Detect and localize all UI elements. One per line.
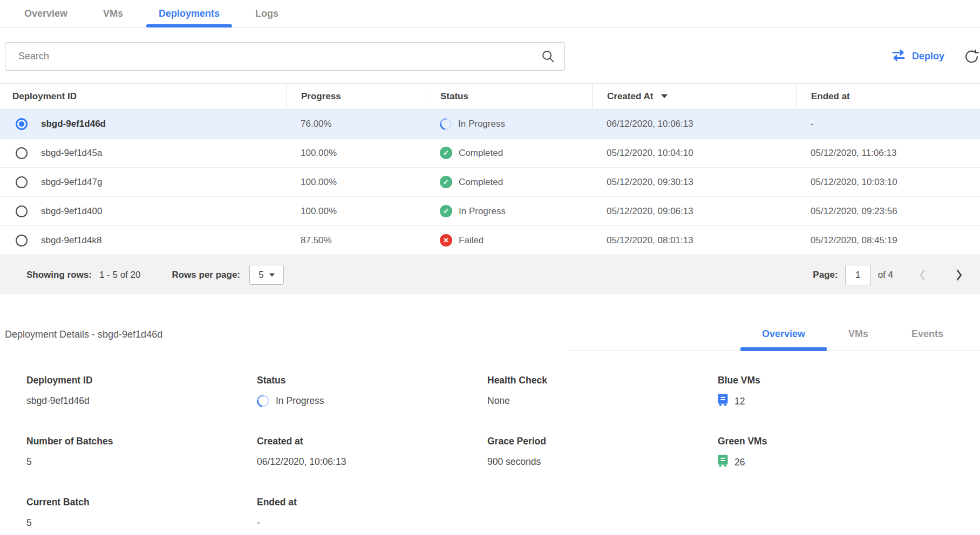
rows-per-page-label: Rows per page:: [172, 270, 240, 280]
spinner-icon: [438, 115, 454, 132]
col-header-status[interactable]: Status: [426, 84, 593, 109]
col-header-deployment-id[interactable]: Deployment ID: [0, 84, 287, 109]
page-label: Page:: [813, 270, 838, 280]
rows-per-page-select[interactable]: 5: [249, 265, 284, 285]
row-radio[interactable]: [16, 118, 28, 130]
status-label: In Progress: [458, 119, 505, 129]
table-row[interactable]: sbgd-9ef1d46d 76.00% In Progress 06/12/2…: [0, 109, 980, 139]
deployment-id: sbgd-9ef1d400: [41, 206, 102, 217]
status-badge-icon: [440, 176, 452, 188]
col-header-progress[interactable]: Progress: [287, 84, 426, 109]
tab-overview-label: Overview: [24, 8, 67, 19]
created-at-value: 05/12/2020, 09:06:13: [593, 206, 797, 217]
created-at-value: 05/12/2020, 08:01:13: [593, 235, 797, 246]
detail-value: -: [257, 517, 260, 529]
detail-field-ended-at: Ended at -: [257, 497, 487, 530]
deployment-id: sbgd-9ef1d46d: [41, 119, 106, 129]
progress-value: 87.50%: [287, 235, 426, 246]
detail-field-created-at: Created at 06/12/2020, 10:06:13: [257, 436, 487, 470]
search-input[interactable]: [5, 42, 565, 71]
col-header-created-at[interactable]: Created At: [593, 84, 797, 109]
status-cell: Failed: [426, 234, 593, 246]
deploy-button-label: Deploy: [912, 51, 944, 62]
spinner-icon: [254, 392, 271, 409]
detail-value: 5: [26, 456, 32, 468]
select-caret-icon: [269, 273, 275, 277]
detail-value: 900 seconds: [487, 456, 541, 468]
tab-logs-label: Logs: [255, 8, 278, 19]
progress-value: 100.00%: [287, 177, 426, 188]
detail-value: 26: [734, 457, 745, 468]
tab-overview[interactable]: Overview: [12, 0, 80, 27]
search-icon: [541, 49, 555, 66]
progress-value: 100.00%: [287, 206, 426, 217]
detail-value: 06/12/2020, 10:06:13: [257, 456, 346, 468]
table-row[interactable]: sbgd-9ef1d4k8 87.50% Failed 05/12/2020, …: [0, 226, 980, 255]
search-box: [5, 42, 565, 71]
row-radio[interactable]: [16, 147, 28, 159]
deployment-id: sbgd-9ef1d45a: [41, 148, 102, 159]
detail-field-green-vms: Green VMs 26: [718, 436, 980, 470]
tab-logs[interactable]: Logs: [243, 0, 291, 27]
detail-field-current-batch: Current Batch 5: [26, 497, 257, 530]
progress-value: 76.00%: [287, 119, 426, 129]
detail-field-number-of-batches: Number of Batches 5: [26, 436, 257, 470]
tab-vms-label: VMs: [103, 8, 123, 19]
status-cell: Completed: [426, 176, 593, 188]
status-badge-icon: [440, 205, 452, 217]
details-tab-overview[interactable]: Overview: [740, 328, 827, 351]
details-tab-events[interactable]: Events: [890, 328, 965, 351]
sort-desc-icon: [661, 94, 668, 98]
page-number-input[interactable]: [845, 265, 871, 285]
row-radio[interactable]: [16, 235, 28, 246]
details-tab-bar: Overview VMs Events: [570, 319, 980, 351]
status-label: Completed: [459, 148, 503, 159]
table-header: Deployment ID Progress Status Created At…: [0, 83, 980, 109]
ended-at-value: 05/12/2020, 09:23:56: [797, 206, 980, 217]
status-label: In Progress: [459, 206, 506, 217]
detail-field-status: Status In Progress: [257, 375, 487, 409]
status-badge-icon: [440, 234, 452, 246]
table-body: sbgd-9ef1d46d 76.00% In Progress 06/12/2…: [0, 109, 980, 255]
created-at-value: 06/12/2020, 10:06:13: [593, 119, 797, 129]
next-page-button[interactable]: [955, 268, 964, 282]
ended-at-value: 05/12/2020, 08:45:19: [797, 235, 980, 246]
tab-deployments[interactable]: Deployments: [146, 0, 232, 27]
deploy-swap-icon: [891, 49, 906, 64]
row-radio[interactable]: [16, 176, 28, 188]
page-total: of 4: [878, 270, 893, 280]
detail-value: 12: [734, 396, 745, 407]
showing-rows-value: 1 - 5 of 20: [99, 270, 141, 280]
detail-value: 5: [26, 517, 32, 529]
vm-server-icon: [718, 394, 728, 409]
toolbar: Deploy: [0, 42, 980, 71]
deployment-id: sbgd-9ef1d47g: [41, 177, 102, 188]
previous-page-button[interactable]: [918, 269, 927, 282]
details-grid: Deployment ID sbgd-9ef1d46d Status In Pr…: [0, 375, 980, 530]
table-row[interactable]: sbgd-9ef1d47g 100.00% Completed 05/12/20…: [0, 168, 980, 197]
detail-value: In Progress: [276, 395, 324, 407]
deploy-button[interactable]: Deploy: [891, 49, 944, 64]
deployment-details-section: Deployment Details - sbgd-9ef1d46d Overv…: [0, 319, 980, 530]
refresh-icon[interactable]: [963, 44, 980, 70]
tab-vms[interactable]: VMs: [91, 0, 135, 27]
row-radio[interactable]: [16, 205, 28, 217]
table-row[interactable]: sbgd-9ef1d400 100.00% In Progress 05/12/…: [0, 197, 980, 226]
deployment-id: sbgd-9ef1d4k8: [41, 235, 101, 246]
detail-value: None: [487, 395, 510, 407]
detail-field-grace-period: Grace Period 900 seconds: [487, 436, 718, 470]
detail-field-blue-vms: Blue VMs 12: [718, 375, 980, 409]
progress-value: 100.00%: [287, 148, 426, 159]
created-at-value: 05/12/2020, 09:30:13: [593, 177, 797, 188]
status-label: Completed: [459, 177, 503, 188]
status-cell: In Progress: [426, 118, 593, 130]
status-badge-icon: [440, 147, 452, 159]
detail-field-deployment-id: Deployment ID sbgd-9ef1d46d: [26, 375, 257, 409]
col-header-ended-at[interactable]: Ended at: [797, 84, 980, 109]
table-row[interactable]: sbgd-9ef1d45a 100.00% Completed 05/12/20…: [0, 139, 980, 168]
ended-at-value: 05/12/2020, 11:06:13: [797, 148, 980, 159]
table-footer: Showing rows: 1 - 5 of 20 Rows per page:…: [0, 255, 980, 294]
detail-field-health-check: Health Check None: [487, 375, 718, 409]
showing-rows-label: Showing rows:: [26, 270, 92, 280]
details-tab-vms[interactable]: VMs: [827, 328, 890, 351]
